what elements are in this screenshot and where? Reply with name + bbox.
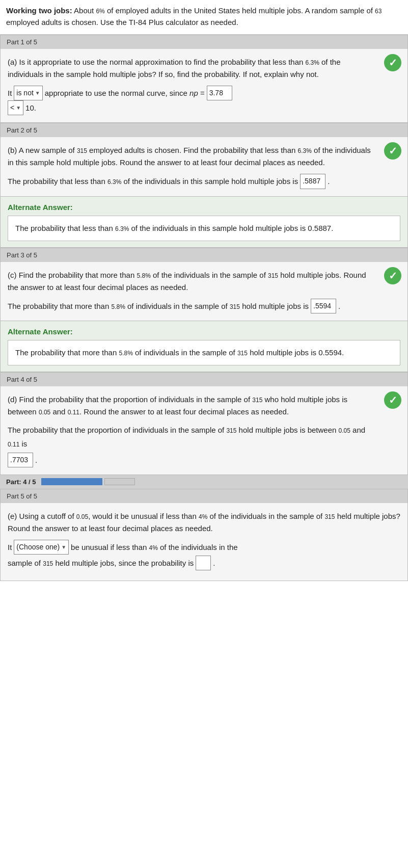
part2-alternate-text: The probability that less than 6.3% of t…: [15, 222, 393, 234]
part2-alternate-box: The probability that less than 6.3% of t…: [8, 216, 400, 241]
part2-answer-row: The probability that less than 6.3% of t…: [8, 174, 377, 189]
part1-check-icon: ✓: [384, 54, 401, 71]
part2-period: .: [328, 174, 330, 188]
part4-header: Part 4 of 5: [1, 373, 407, 386]
part1-question: (a) Is it appropriate to use the normal …: [8, 56, 377, 81]
header-title-bold: Working two jobs:: [6, 6, 72, 15]
part2-question: (b) A new sample of 315 employed adults …: [8, 144, 377, 169]
part4-question: (d) Find the probability that the propor…: [8, 393, 377, 418]
part2-alternate: Alternate Answer: The probability that l…: [1, 196, 407, 247]
part1-np-input[interactable]: 3.78: [207, 86, 232, 100]
part2-check-icon: ✓: [384, 142, 401, 160]
part5-answer-mid: be unusual if less than 4% of the indivi…: [71, 540, 238, 554]
part1-ten: 10.: [25, 101, 36, 115]
part2-header: Part 2 of 5: [1, 123, 407, 137]
part3-answer-row: The probability that more than 5.8% of i…: [8, 299, 377, 313]
part1-section: Part 1 of 5 ✓ (a) Is it appropriate to u…: [0, 35, 408, 123]
part5-content: (e) Using a cutoff of 0.05, would it be …: [1, 503, 407, 581]
part2-label: Part 2 of 5: [7, 126, 37, 134]
part3-answer-text: The probability that more than 5.8% of i…: [8, 299, 309, 313]
part1-answer-mid: appropriate to use the normal curve, sin…: [45, 86, 205, 100]
part1-dropdown2-value: <: [10, 101, 14, 114]
part2-content: ✓ (b) A new sample of 315 employed adult…: [1, 137, 407, 196]
part4-section: Part 4 of 5 ✓ (d) Find the probability t…: [0, 372, 408, 475]
part5-answer-row2: sample of 315 held multiple jobs, since …: [8, 556, 400, 570]
header: Working two jobs: About 6% of employed a…: [0, 0, 408, 35]
part4-content: ✓ (d) Find the probability that the prop…: [1, 386, 407, 475]
part5-label: Part 5 of 5: [7, 492, 37, 500]
part1-dropdown1[interactable]: is not ▼: [14, 86, 42, 100]
part1-dropdown2[interactable]: < ▼: [8, 100, 23, 115]
part3-alternate-text: The probability that more than 5.8% of i…: [15, 347, 393, 359]
part2-section: Part 2 of 5 ✓ (b) A new sample of 315 em…: [0, 123, 408, 247]
progress-filled: [41, 478, 102, 485]
part4-period: .: [35, 453, 37, 467]
part5-answer-row1: It (Choose one) ▼ be unusual if less tha…: [8, 540, 400, 555]
part5-prob-input[interactable]: [196, 556, 211, 570]
part3-alternate: Alternate Answer: The probability that m…: [1, 321, 407, 372]
part1-dropdown1-value: is not: [16, 87, 33, 99]
part3-question: (c) Find the probability that more than …: [8, 269, 377, 294]
progress-bar: [41, 478, 135, 485]
part1-answer-row2: < ▼ 10.: [8, 100, 377, 115]
dropdown2-arrow-icon: ▼: [16, 103, 21, 113]
part4-prob-input[interactable]: .7703: [8, 453, 33, 467]
header-n1: 63: [375, 8, 382, 15]
part5-it-label: It: [8, 540, 12, 554]
part3-content: ✓ (c) Find the probability that more tha…: [1, 262, 407, 321]
header-pct1: 6%: [96, 8, 104, 15]
part3-label: Part 3 of 5: [7, 251, 37, 259]
progress-bar-section: Part: 4 / 5: [0, 475, 408, 489]
part3-header: Part 3 of 5: [1, 248, 407, 262]
part5-question: (e) Using a cutoff of 0.05, would it be …: [8, 510, 400, 535]
part5-answer-mid2: sample of 315 held multiple jobs, since …: [8, 556, 194, 570]
part2-prob-input[interactable]: .5887: [300, 174, 325, 189]
part5-header: Part 5 of 5: [1, 489, 407, 503]
part5-section: Part 5 of 5 (e) Using a cutoff of 0.05, …: [0, 489, 408, 581]
part1-content: ✓ (a) Is it appropriate to use the norma…: [1, 49, 407, 122]
part3-section: Part 3 of 5 ✓ (c) Find the probability t…: [0, 248, 408, 372]
part3-alternate-box: The probability that more than 5.8% of i…: [8, 340, 400, 365]
part4-check-icon: ✓: [384, 391, 401, 409]
part5-dropdown-value: (Choose one): [16, 541, 60, 554]
part5-period: .: [213, 556, 215, 570]
part1-label: Part 1 of 5: [7, 38, 37, 46]
progress-label: Part: 4 / 5: [6, 478, 36, 486]
part4-answer-text: The probability that the proportion of i…: [8, 423, 377, 451]
part5-dropdown[interactable]: (Choose one) ▼: [14, 540, 69, 555]
progress-empty: [104, 478, 135, 485]
part4-label: Part 4 of 5: [7, 376, 37, 383]
part1-answer-row1: It is not ▼ appropriate to use the norma…: [8, 86, 377, 100]
part1-it-label: It: [8, 86, 12, 100]
part1-header: Part 1 of 5: [1, 35, 407, 49]
dropdown1-arrow-icon: ▼: [35, 89, 40, 98]
part3-period: .: [338, 299, 340, 313]
part3-check-icon: ✓: [384, 267, 401, 284]
part3-alternate-title: Alternate Answer:: [8, 327, 400, 336]
part2-alternate-title: Alternate Answer:: [8, 203, 400, 212]
part5-dropdown-arrow-icon: ▼: [61, 543, 66, 552]
part4-answer-row: The probability that the proportion of i…: [8, 423, 377, 467]
part2-answer-text: The probability that less than 6.3% of t…: [8, 174, 298, 188]
part3-prob-input[interactable]: .5594: [311, 299, 336, 313]
